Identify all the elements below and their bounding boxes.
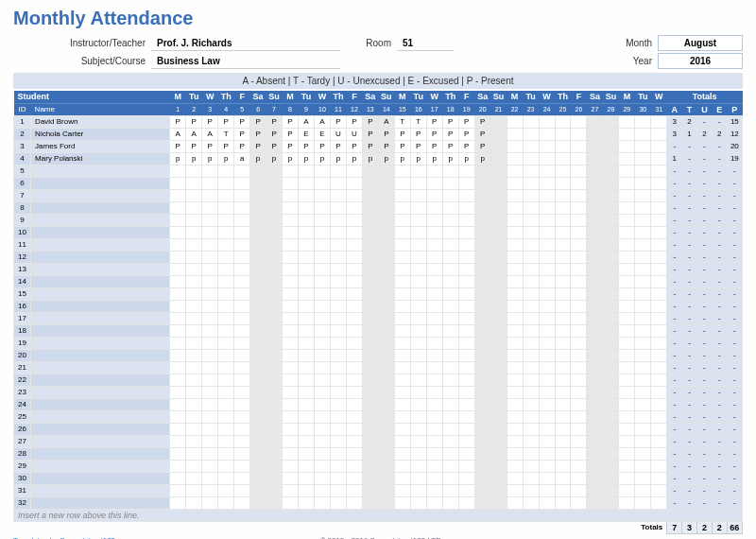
mark-cell[interactable] (299, 324, 315, 337)
mark-cell[interactable] (555, 189, 571, 201)
id-cell[interactable]: 23 (14, 386, 31, 398)
mark-cell[interactable] (555, 337, 571, 349)
mark-cell[interactable] (635, 374, 651, 386)
mark-cell[interactable] (619, 177, 635, 189)
mark-cell[interactable] (442, 398, 458, 410)
mark-cell[interactable] (442, 189, 458, 201)
name-cell[interactable] (31, 226, 170, 238)
mark-cell[interactable] (234, 300, 250, 312)
mark-cell[interactable] (507, 410, 523, 423)
mark-cell[interactable] (539, 410, 555, 423)
mark-cell[interactable] (394, 251, 410, 263)
mark-cell[interactable]: P (458, 128, 474, 140)
mark-cell[interactable] (186, 361, 202, 374)
mark-cell[interactable] (635, 423, 651, 435)
name-cell[interactable] (31, 435, 170, 447)
mark-cell[interactable] (555, 472, 571, 484)
mark-cell[interactable]: U (346, 128, 362, 140)
mark-cell[interactable] (250, 238, 266, 251)
mark-cell[interactable] (186, 410, 202, 423)
mark-cell[interactable] (266, 435, 283, 447)
mark-cell[interactable] (266, 177, 283, 189)
mark-cell[interactable] (218, 472, 234, 484)
mark-cell[interactable] (539, 435, 555, 447)
mark-cell[interactable] (410, 410, 426, 423)
mark-cell[interactable] (410, 386, 426, 398)
mark-cell[interactable] (314, 423, 330, 435)
mark-cell[interactable] (442, 349, 458, 361)
mark-cell[interactable] (283, 337, 299, 349)
mark-cell[interactable] (523, 189, 539, 201)
mark-cell[interactable] (635, 484, 651, 496)
mark-cell[interactable] (619, 128, 635, 140)
mark-cell[interactable] (234, 460, 250, 472)
mark-cell[interactable] (603, 189, 619, 201)
mark-cell[interactable] (571, 349, 587, 361)
mark-cell[interactable]: P (394, 128, 410, 140)
mark-cell[interactable] (346, 324, 362, 337)
mark-cell[interactable] (362, 214, 378, 226)
mark-cell[interactable] (458, 201, 474, 214)
mark-cell[interactable] (170, 410, 186, 423)
mark-cell[interactable] (186, 287, 202, 300)
mark-cell[interactable] (234, 496, 250, 509)
mark-cell[interactable] (266, 349, 283, 361)
mark-cell[interactable]: p (283, 152, 299, 165)
mark-cell[interactable] (186, 435, 202, 447)
mark-cell[interactable] (170, 386, 186, 398)
mark-cell[interactable] (410, 484, 426, 496)
mark-cell[interactable] (202, 398, 218, 410)
mark-cell[interactable]: A (378, 115, 394, 128)
mark-cell[interactable] (587, 275, 603, 287)
mark-cell[interactable] (218, 435, 234, 447)
mark-cell[interactable] (587, 189, 603, 201)
mark-cell[interactable] (346, 386, 362, 398)
mark-cell[interactable]: P (218, 115, 234, 128)
mark-cell[interactable] (635, 349, 651, 361)
mark-cell[interactable] (555, 361, 571, 374)
mark-cell[interactable] (202, 349, 218, 361)
mark-cell[interactable] (218, 300, 234, 312)
mark-cell[interactable] (507, 177, 523, 189)
mark-cell[interactable] (490, 275, 507, 287)
mark-cell[interactable]: P (283, 128, 299, 140)
mark-cell[interactable] (603, 484, 619, 496)
mark-cell[interactable] (362, 165, 378, 177)
mark-cell[interactable] (330, 300, 346, 312)
mark-cell[interactable] (442, 214, 458, 226)
mark-cell[interactable] (458, 398, 474, 410)
mark-cell[interactable] (234, 423, 250, 435)
mark-cell[interactable] (266, 386, 283, 398)
mark-cell[interactable] (299, 398, 315, 410)
mark-cell[interactable] (250, 374, 266, 386)
mark-cell[interactable] (474, 251, 490, 263)
mark-cell[interactable] (283, 312, 299, 324)
id-cell[interactable]: 2 (14, 128, 31, 140)
mark-cell[interactable] (250, 312, 266, 324)
room-value[interactable]: 51 (397, 36, 454, 51)
mark-cell[interactable] (474, 410, 490, 423)
mark-cell[interactable] (250, 460, 266, 472)
mark-cell[interactable] (507, 300, 523, 312)
mark-cell[interactable] (507, 251, 523, 263)
mark-cell[interactable] (523, 312, 539, 324)
mark-cell[interactable] (474, 263, 490, 275)
mark-cell[interactable] (186, 447, 202, 460)
mark-cell[interactable] (507, 201, 523, 214)
mark-cell[interactable] (314, 337, 330, 349)
id-cell[interactable]: 24 (14, 398, 31, 410)
mark-cell[interactable] (394, 472, 410, 484)
mark-cell[interactable] (410, 201, 426, 214)
mark-cell[interactable] (283, 435, 299, 447)
mark-cell[interactable] (283, 201, 299, 214)
mark-cell[interactable] (410, 361, 426, 374)
mark-cell[interactable] (378, 398, 394, 410)
mark-cell[interactable] (474, 484, 490, 496)
mark-cell[interactable] (170, 189, 186, 201)
mark-cell[interactable] (234, 386, 250, 398)
mark-cell[interactable] (555, 251, 571, 263)
mark-cell[interactable] (234, 410, 250, 423)
mark-cell[interactable] (539, 226, 555, 238)
mark-cell[interactable] (651, 496, 667, 509)
mark-cell[interactable] (186, 312, 202, 324)
